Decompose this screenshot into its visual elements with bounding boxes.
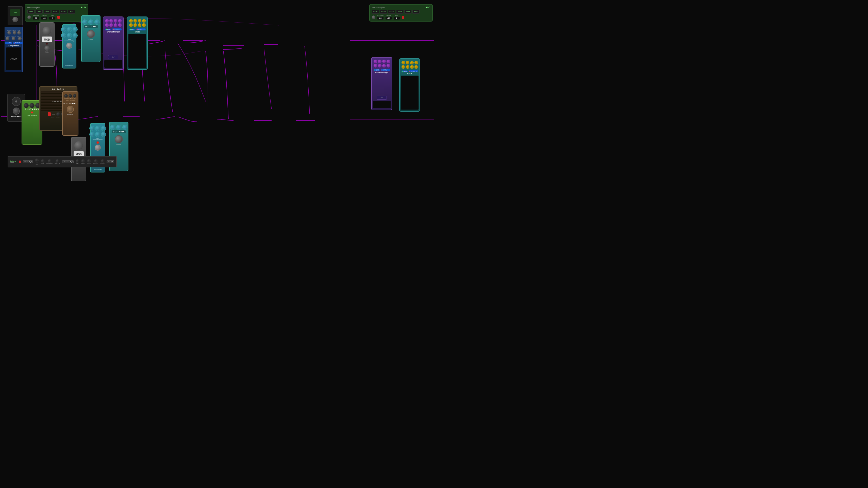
ts-knob1[interactable] [24, 103, 29, 108]
chorus-k7-top[interactable] [114, 23, 117, 27]
chorus-tap-btn-bot[interactable]: TAP [377, 96, 387, 100]
mverb-k4-bot[interactable] [414, 61, 418, 64]
alo-bars-btn[interactable]: BARS [68, 10, 75, 14]
amp-preset1-select[interactable]: 12x7 [23, 160, 33, 163]
exp-k3[interactable] [73, 94, 76, 98]
mverb-k6-bot[interactable] [406, 65, 409, 69]
chorus-k8-bot[interactable] [386, 64, 390, 67]
floaty-knob1-top[interactable] [61, 27, 66, 32]
mverb-k3-top[interactable] [138, 19, 142, 23]
alo-midi-knob-left[interactable] [27, 15, 31, 19]
chorus-k8-top[interactable] [118, 23, 122, 27]
phaser-knob2-top[interactable] [88, 20, 93, 25]
phaser-knob3-top[interactable] [94, 20, 99, 25]
amp-preset3-select[interactable]: 4x12 [106, 160, 114, 163]
amp-mastgain-knob[interactable] [56, 159, 59, 163]
amp-preset2-select[interactable]: Bassman [62, 160, 73, 163]
chorus-tap-btn-top[interactable]: TAP [108, 55, 118, 59]
chorus-k6-top[interactable] [110, 23, 113, 27]
phaser-main-knob-top[interactable] [87, 30, 95, 38]
tuner-knob[interactable] [12, 17, 18, 22]
bias-knob[interactable] [17, 31, 21, 34]
alo-loop4-btn[interactable]: LOOP4 [52, 10, 59, 14]
chorus-k7-bot[interactable] [382, 64, 386, 67]
chorus-k1-top[interactable] [105, 19, 108, 23]
mverb-output-bot[interactable]: OUTPUT → [409, 70, 418, 72]
mod-main-knob-bot[interactable] [74, 141, 83, 150]
mverb-k2-top[interactable] [133, 19, 137, 23]
ratio-knob[interactable] [13, 31, 16, 34]
comp-output-btn[interactable]: OUTPUT → [13, 42, 23, 44]
amp-mitse-knob[interactable] [81, 159, 85, 163]
floaty-knob1-bot[interactable] [89, 126, 94, 131]
comp-input-btn[interactable]: → INPUT [5, 42, 12, 44]
chorus-output-top[interactable]: OUTPUT → [112, 28, 122, 30]
floaty-center-knob-bot[interactable] [95, 144, 101, 151]
chorus-input-top[interactable]: INPUT [105, 29, 112, 30]
mverb-k5-bot[interactable] [402, 65, 405, 69]
floaty-knob3-top[interactable] [72, 27, 78, 32]
release-knob[interactable] [12, 37, 15, 40]
alo-r-loop4-btn[interactable]: LOOP4 [396, 10, 403, 14]
mverb-input-bot[interactable]: INPUT [402, 70, 408, 72]
phaser-knob1-bot[interactable] [110, 125, 115, 130]
makeup-knob[interactable] [18, 37, 22, 40]
floaty-knob2-top[interactable] [67, 27, 72, 32]
alo-r-loop1-btn[interactable]: LOOPS [372, 10, 379, 14]
exp-main-knob[interactable] [67, 106, 74, 113]
mverb-k8-top[interactable] [142, 23, 146, 27]
floaty-knob6-bot[interactable] [101, 132, 106, 137]
alo-r-bars-btn[interactable]: BARS [412, 10, 420, 14]
mverb-k3-bot[interactable] [410, 61, 414, 64]
oxcab-knob-bass[interactable] [56, 112, 60, 116]
amp-preamp-knob[interactable] [35, 159, 38, 162]
chorus-k4-bot[interactable] [386, 60, 390, 63]
amp-presence-knob[interactable] [94, 159, 97, 163]
alo-r-loop2-btn[interactable]: LOOP2 [380, 10, 387, 14]
chorus-input-bot[interactable]: INPUT [374, 69, 380, 71]
alo-loop2-btn[interactable]: LOOP2 [35, 10, 43, 14]
mverb-k8-bot[interactable] [414, 65, 418, 69]
alo-loop3-btn[interactable]: LOOPS [44, 10, 51, 14]
amp-bias-knob[interactable] [75, 159, 79, 163]
floaty-knob3-bot[interactable] [101, 126, 106, 131]
mverb-k5-top[interactable] [129, 23, 133, 27]
mverb-k2-bot[interactable] [406, 61, 409, 64]
phaser-knob3-bot[interactable] [122, 125, 127, 130]
mverb-k7-bot[interactable] [410, 65, 414, 69]
chorus-k2-top[interactable] [110, 19, 113, 23]
switchbox-knob[interactable] [12, 97, 21, 106]
mverb-k6-top[interactable] [133, 23, 137, 27]
exp-k2[interactable] [68, 94, 72, 98]
chorus-k5-top[interactable] [105, 23, 108, 27]
alo-loop5-btn[interactable]: LOOPS [60, 10, 67, 14]
phaser-knob2-bot[interactable] [116, 125, 121, 130]
mverb-input-top[interactable]: INPUT [129, 29, 135, 30]
oxcab-power[interactable] [48, 112, 51, 116]
chorus-k4-top[interactable] [118, 19, 122, 23]
floaty-knob2-bot[interactable] [95, 126, 100, 131]
chorus-k6-bot[interactable] [378, 64, 381, 67]
mod-small-knob-top[interactable] [44, 46, 50, 51]
amp-output-knob[interactable] [101, 159, 104, 163]
thresh-knob[interactable] [7, 31, 11, 34]
alo-midi-knob-right[interactable] [372, 15, 375, 19]
amp-drive-knob[interactable] [41, 159, 44, 163]
amp-treble-knob[interactable] [87, 159, 91, 163]
floaty-knob4-bot[interactable] [89, 132, 94, 137]
switchbox-dial[interactable] [13, 107, 20, 115]
attack-knob[interactable] [6, 37, 9, 40]
mod-main-knob-top[interactable] [42, 26, 52, 35]
alo-r-loop3-btn[interactable]: LOOPS [388, 10, 395, 14]
floaty-knob5-bot[interactable] [95, 132, 100, 137]
phaser-main-knob-bot[interactable] [115, 135, 123, 143]
mverb-k1-top[interactable] [129, 19, 133, 23]
exp-k1[interactable] [64, 94, 68, 98]
alo-r-loop5-btn[interactable]: LOOPS [404, 10, 411, 14]
chorus-output-bot[interactable]: OUTPUT → [381, 69, 390, 71]
mverb-k4-top[interactable] [142, 19, 146, 23]
floaty-knob6-top[interactable] [72, 33, 78, 38]
mverb-k7-top[interactable] [138, 23, 142, 27]
floaty-center-knob-top[interactable] [66, 43, 72, 49]
chorus-k2-bot[interactable] [378, 60, 381, 63]
